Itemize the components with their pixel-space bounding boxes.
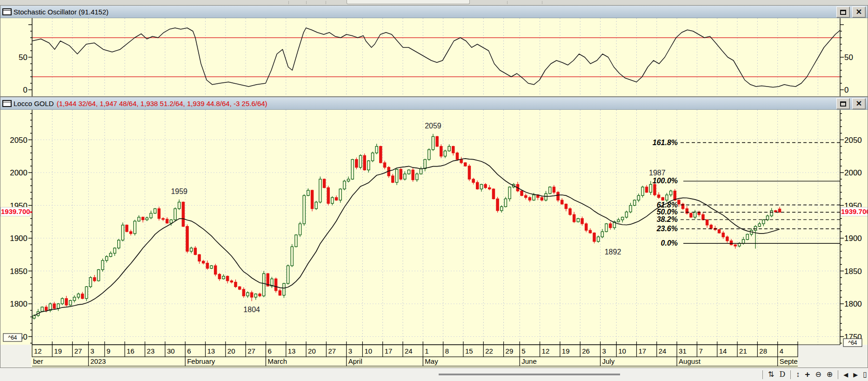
zoom-in-icon[interactable]: ⊕	[827, 371, 833, 378]
svg-text:19: 19	[562, 347, 570, 355]
svg-text:1850: 1850	[844, 267, 862, 276]
svg-text:8: 8	[445, 347, 449, 355]
close-button[interactable]: ✕	[852, 98, 866, 109]
bottom-toolbar: ⇅D↕+⊖⊕◀▶▯	[762, 368, 867, 381]
stochastic-title: Stochastic Oscillator (91.4152)	[13, 8, 108, 16]
toolbar-tick	[542, 1, 542, 4]
svg-text:24: 24	[659, 347, 667, 355]
svg-text:0: 0	[23, 86, 27, 94]
svg-text:3: 3	[90, 347, 94, 355]
maximize-button[interactable]	[836, 7, 850, 18]
svg-text:19: 19	[54, 347, 62, 355]
svg-text:30: 30	[167, 347, 175, 355]
stochastic-chart-area[interactable]: 505000	[0, 18, 868, 96]
daily-period-label[interactable]: D	[779, 371, 785, 378]
svg-text:13: 13	[288, 347, 296, 355]
gold-plot: 161.8%100.0%61.8%50.0%38.2%23.6%0.0%1959…	[0, 110, 868, 368]
svg-text:50: 50	[19, 53, 27, 62]
window-icon[interactable]	[2, 100, 12, 107]
svg-text:21: 21	[739, 347, 747, 355]
svg-text:27: 27	[328, 347, 336, 355]
svg-text:3: 3	[602, 347, 606, 355]
svg-text:27: 27	[247, 347, 255, 355]
toolbar-tick	[306, 1, 307, 4]
svg-text:3: 3	[348, 347, 352, 355]
svg-text:^64: ^64	[848, 340, 857, 346]
maximize-icon	[840, 101, 846, 107]
svg-text:38.2%: 38.2%	[657, 215, 678, 223]
gold-chart-area[interactable]: 161.8%100.0%61.8%50.0%38.2%23.6%0.0%1959…	[0, 110, 868, 368]
window-icon[interactable]	[2, 8, 12, 15]
svg-text:6: 6	[187, 347, 191, 355]
gold-title: Locco GOLD	[13, 100, 54, 107]
scroll-end-icon[interactable]: ▯	[863, 371, 867, 378]
svg-text:Septe: Septe	[780, 357, 798, 365]
svg-text:13: 13	[207, 347, 215, 355]
svg-text:7: 7	[699, 347, 702, 355]
svg-text:28: 28	[759, 347, 767, 355]
svg-text:22: 22	[485, 347, 493, 355]
svg-text:12: 12	[542, 347, 550, 355]
refresh-icon[interactable]: ⇅	[768, 371, 774, 378]
svg-text:1987: 1987	[649, 169, 666, 177]
svg-text:16: 16	[127, 347, 134, 355]
scroll-right-icon[interactable]: ▶	[853, 372, 858, 378]
svg-text:1800: 1800	[10, 300, 27, 308]
charting-app: Stochastic Oscillator (91.4152) ✕ 505000…	[0, 0, 868, 381]
svg-text:9: 9	[107, 347, 110, 355]
zoom-out-icon[interactable]: ⊖	[815, 371, 821, 378]
toolbar-remnant-box	[347, 0, 470, 4]
vertical-scale-icon[interactable]: ↕	[796, 371, 800, 378]
toolbar-tick	[288, 1, 289, 4]
scroll-left-icon[interactable]: ◀	[843, 372, 848, 378]
svg-text:23.6%: 23.6%	[656, 225, 678, 233]
svg-text:10: 10	[618, 347, 626, 355]
svg-text:1850: 1850	[10, 267, 27, 276]
current-price-label-right: 1939.700	[841, 207, 868, 216]
svg-text:ber: ber	[33, 357, 43, 365]
svg-text:0: 0	[844, 86, 848, 94]
maximize-button[interactable]	[836, 98, 850, 109]
svg-text:^64: ^64	[8, 334, 17, 341]
horizontal-scrollbar[interactable]	[439, 374, 620, 376]
toolbar-separator	[762, 370, 763, 379]
close-button[interactable]: ✕	[852, 7, 866, 18]
svg-text:50: 50	[844, 53, 853, 62]
maximize-icon	[840, 10, 846, 15]
svg-text:161.8%: 161.8%	[653, 139, 678, 147]
gold-ohlc-readout: (1,944 32/64, 1,947 48/64, 1,938 51.2/64…	[57, 100, 267, 107]
svg-text:0.0%: 0.0%	[661, 239, 678, 247]
pan-icon[interactable]: +	[805, 370, 810, 379]
gold-titlebar[interactable]: Locco GOLD (1,944 32/64, 1,947 48/64, 1,…	[0, 97, 868, 110]
svg-text:2050: 2050	[10, 136, 27, 145]
svg-text:2059: 2059	[425, 122, 441, 130]
svg-text:61.8%: 61.8%	[657, 201, 678, 209]
svg-text:1900: 1900	[10, 234, 27, 243]
svg-text:April: April	[348, 357, 362, 365]
svg-text:1900: 1900	[844, 234, 862, 243]
stochastic-titlebar[interactable]: Stochastic Oscillator (91.4152) ✕	[0, 6, 868, 18]
svg-text:10: 10	[364, 347, 372, 355]
svg-text:12: 12	[34, 347, 42, 355]
toolbar-tick	[326, 1, 326, 4]
svg-text:17: 17	[638, 347, 646, 355]
stochastic-window: Stochastic Oscillator (91.4152) ✕ 505000	[0, 5, 868, 97]
svg-text:26: 26	[582, 347, 590, 355]
svg-text:2050: 2050	[844, 136, 862, 145]
svg-text:23: 23	[147, 347, 155, 355]
svg-text:2000: 2000	[844, 168, 862, 177]
toolbar-tick	[507, 1, 507, 4]
svg-text:May: May	[425, 357, 438, 365]
close-icon: ✕	[856, 8, 862, 16]
svg-text:15: 15	[465, 347, 473, 355]
svg-text:1800: 1800	[844, 300, 862, 308]
svg-text:1892: 1892	[605, 248, 621, 256]
svg-text:24: 24	[405, 347, 413, 355]
svg-text:27: 27	[74, 347, 82, 355]
svg-text:20: 20	[227, 347, 235, 355]
current-price-label-left: 1939.700	[0, 207, 30, 216]
svg-text:17: 17	[385, 347, 393, 355]
close-icon: ✕	[856, 100, 862, 107]
svg-text:100.0%: 100.0%	[653, 177, 678, 185]
svg-text:July: July	[602, 357, 615, 365]
